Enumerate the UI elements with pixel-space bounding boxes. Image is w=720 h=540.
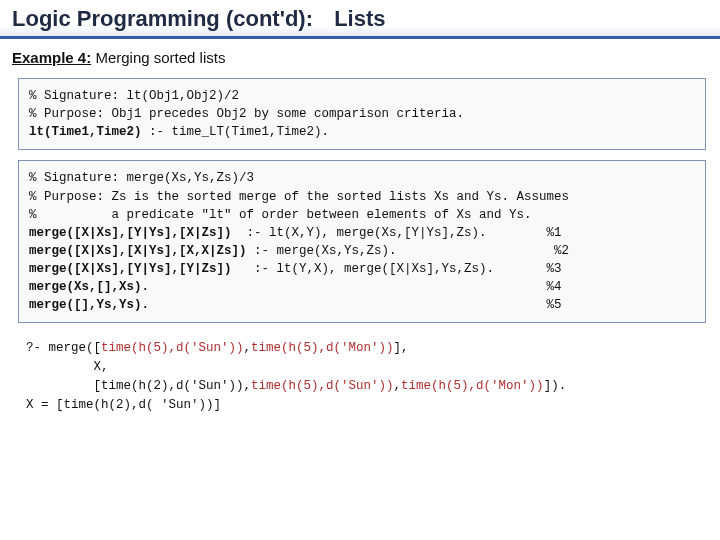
code-block-merge: % Signature: merge(Xs,Ys,Zs)/3 % Purpose… xyxy=(18,160,706,323)
query-term-red: time(h(5),d('Mon')) xyxy=(401,379,544,393)
title-spacer xyxy=(317,6,329,31)
query-block: ?- merge([time(h(5),d('Sun')),time(h(5),… xyxy=(18,333,706,420)
query-text: ?- merge([ xyxy=(26,341,101,355)
query-text: [time(h(2),d('Sun')), xyxy=(26,379,251,393)
query-text: ]). xyxy=(544,379,567,393)
code-block-lt: % Signature: lt(Obj1,Obj2)/2 % Purpose: … xyxy=(18,78,706,150)
code-line-body: %5 xyxy=(149,298,562,312)
code-line-head: merge(Xs,[],Xs). xyxy=(29,280,149,294)
title-part2: Lists xyxy=(334,6,385,31)
query-result: X = [time(h(2),d( 'Sun'))] xyxy=(26,398,221,412)
code-line: % Purpose: Obj1 precedes Obj2 by some co… xyxy=(29,107,464,121)
code-line: % Signature: merge(Xs,Ys,Zs)/3 xyxy=(29,171,254,185)
slide: Logic Programming (cont'd): Lists Exampl… xyxy=(0,0,720,540)
query-text: X, xyxy=(26,360,109,374)
query-text: ], xyxy=(394,341,409,355)
title-part1: Logic Programming (cont'd): xyxy=(12,6,313,31)
code-line-head: merge([X|Xs],[Y|Ys],[X|Zs]) xyxy=(29,226,232,240)
code-line-body: %4 xyxy=(149,280,562,294)
code-line: % Purpose: Zs is the sorted merge of the… xyxy=(29,190,569,204)
query-term-red: time(h(5),d('Sun')) xyxy=(251,379,394,393)
code-line-body: :- merge(Xs,Ys,Zs). %2 xyxy=(247,244,570,258)
code-line: % a predicate "lt" of order between elem… xyxy=(29,208,532,222)
code-line-body: :- lt(X,Y), merge(Xs,[Y|Ys],Zs). %1 xyxy=(232,226,562,240)
query-term-red: time(h(5),d('Sun')) xyxy=(101,341,244,355)
code-line-head: merge([X|Xs],[Y|Ys],[Y|Zs]) xyxy=(29,262,232,276)
code-line-body: :- lt(Y,X), merge([X|Xs],Ys,Zs). %3 xyxy=(232,262,562,276)
example-heading: Example 4: Merging sorted lists xyxy=(0,39,720,72)
title-bar: Logic Programming (cont'd): Lists xyxy=(0,0,720,39)
query-term-red: time(h(5),d('Mon')) xyxy=(251,341,394,355)
code-line-head: merge([X|Xs],[X|Ys],[X,X|Zs]) xyxy=(29,244,247,258)
example-label: Example 4: xyxy=(12,49,91,66)
code-line-head: lt(Time1,Time2) xyxy=(29,125,142,139)
query-text: , xyxy=(244,341,252,355)
code-line: % Signature: lt(Obj1,Obj2)/2 xyxy=(29,89,239,103)
query-text: , xyxy=(394,379,402,393)
code-line-head: merge([],Ys,Ys). xyxy=(29,298,149,312)
example-text: Merging sorted lists xyxy=(91,49,225,66)
code-line-body: :- time_LT(Time1,Time2). xyxy=(142,125,330,139)
